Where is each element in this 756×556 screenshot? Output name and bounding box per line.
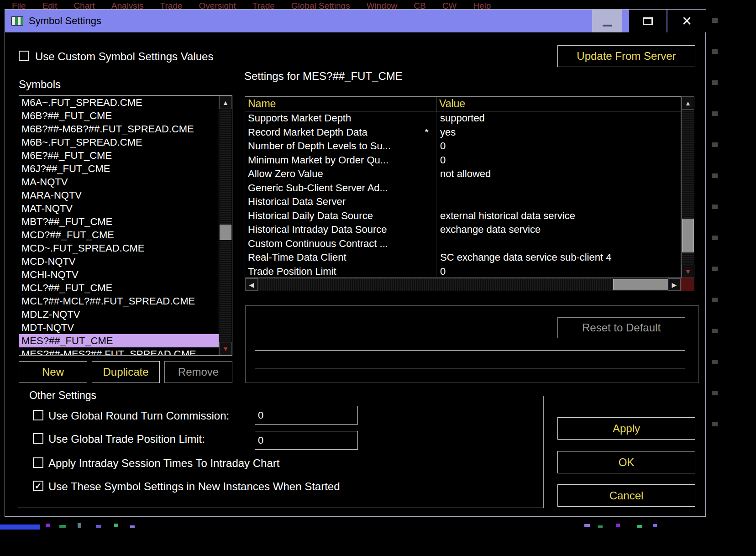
menubar-item[interactable]: Help [473,0,491,9]
symbol-list-item[interactable]: M6J?##_FUT_CME [19,162,219,175]
symbol-list-item[interactable]: M6B~.FUT_SPREAD.CME [19,136,219,149]
settings-scrollbar-thumb[interactable] [682,219,694,252]
global-round-turn-commission-checkbox[interactable] [33,410,43,420]
symbol-list-item[interactable]: M6B?##_FUT_CME [19,109,219,122]
settings-horizontal-scrollbar[interactable]: ◀ ▶ [245,278,681,291]
menubar-item[interactable]: Analysis [111,0,144,9]
menubar-item[interactable]: Oversight [199,0,236,9]
scroll-down-icon: ▼ [685,268,691,275]
menubar-item[interactable]: Window [367,0,398,9]
use-in-new-instances-checkbox[interactable]: ✓ [33,481,43,491]
symbol-list-item[interactable]: M6A~.FUT_SPREAD.CME [19,96,219,109]
settings-row[interactable]: Minimum Market by Order Qu... 0 [245,153,681,168]
menubar-item[interactable]: Global Settings [291,0,350,9]
menubar-item[interactable]: CB [414,0,425,9]
settings-row[interactable]: Allow Zero Value not allowed [245,167,681,181]
chart-fragment [0,525,40,530]
settings-row[interactable]: Supports Market Depth supported [245,111,681,126]
symbols-listbox: M6A~.FUT_SPREAD.CMEM6B?##_FUT_CMEM6B?##-… [19,95,232,356]
setting-value: exchange data service [436,223,681,237]
symbols-scrollbar[interactable]: ▲ ▼ [219,96,232,355]
new-button[interactable]: New [19,361,87,383]
symbol-list-item[interactable]: MARA-NQTV [19,189,219,202]
symbol-list-item[interactable]: MCL?##-MCL?##.FUT_SPREAD.CME [19,294,219,308]
scroll-left-icon: ◀ [249,281,254,288]
menubar-item[interactable]: CW [442,0,457,9]
settings-row[interactable]: Trade Position Limit 0 [245,265,681,279]
symbol-list-item[interactable]: MDT-NQTV [19,321,219,334]
scroll-up-button[interactable]: ▲ [219,96,232,109]
ok-button[interactable]: OK [557,451,695,473]
scroll-right-button[interactable]: ▶ [668,278,681,291]
duplicate-button[interactable]: Duplicate [92,361,160,383]
intraday-session-times-label: Apply Intraday Session Times To Intraday… [48,457,279,470]
setting-flag [417,181,436,195]
menubar-item[interactable]: Trade [252,0,275,9]
horizontal-scrollbar-thumb[interactable] [613,279,671,290]
settings-row[interactable]: Record Market Depth Data * yes [245,126,681,140]
background-menubar: FileEditChartAnalysisTradeOversightTrade… [0,0,756,9]
update-from-server-button[interactable]: Update From Server [557,45,695,67]
intraday-session-times-checkbox[interactable] [33,457,43,468]
setting-flag [417,209,436,223]
menubar-item[interactable]: Chart [74,0,94,9]
other-settings-group: Other Settings Use Global Round Turn Com… [18,396,544,508]
symbol-list-item[interactable]: MCD~.FUT_SPREAD.CME [19,241,219,255]
symbol-list-item[interactable]: MAT-NQTV [19,202,219,215]
scroll-down-button[interactable]: ▼ [219,342,232,355]
settings-row[interactable]: Real-Time Data Client SC exchange data s… [245,251,681,265]
symbol-list-item[interactable]: MES?##_FUT_CME [19,334,219,347]
setting-flag [417,237,436,251]
use-custom-settings-checkbox[interactable] [19,51,29,61]
edge-fragment [712,173,718,178]
menubar-item[interactable]: Edit [42,0,58,9]
edge-fragment [712,205,718,209]
flag-column-header [417,97,436,111]
symbol-list-item[interactable]: M6B?##-M6B?##.FUT_SPREAD.CME [19,122,219,136]
setting-flag [417,223,436,237]
settings-table-scrollbar[interactable]: ▲ ▼ [681,96,694,278]
setting-value [436,195,681,209]
symbol-list-item[interactable]: MA-NQTV [19,175,219,189]
symbol-list-item[interactable]: MCHI-NQTV [19,268,219,281]
symbol-list-item[interactable]: MCD-NQTV [19,255,219,268]
setting-name: Historical Daily Data Source [245,209,417,223]
settings-row[interactable]: Custom Continuous Contract ... [245,237,681,251]
global-trade-position-limit-checkbox[interactable] [33,433,43,444]
symbol-list-item[interactable]: MES?##-MES?##.FUT_SPREAD.CME [19,347,219,355]
symbol-list-item[interactable]: MCD?##_FUT_CME [19,228,219,241]
symbol-list-item[interactable]: MCL?##_FUT_CME [19,281,219,294]
menubar-item[interactable]: File [12,0,26,9]
symbol-list-item[interactable]: MBT?##_FUT_CME [19,215,219,228]
symbol-list-item[interactable]: M6E?##_FUT_CME [19,149,219,162]
setting-value: 0 [436,265,681,279]
maximize-button[interactable] [629,10,667,32]
settings-row[interactable]: Number of Depth Levels to Su... 0 [245,139,681,153]
dialog-title: Symbol Settings [29,15,101,27]
setting-name: Generic Sub-Client Server Ad... [245,181,417,195]
settings-row[interactable]: Historical Daily Data Source external hi… [245,209,681,223]
setting-name: Historical Data Server [245,195,417,209]
symbols-scrollbar-thumb[interactable] [220,225,231,240]
edge-fragment [712,236,718,240]
settings-row[interactable]: Generic Sub-Client Server Ad... [245,181,681,195]
scroll-up-button[interactable]: ▲ [682,96,694,110]
setting-value-input[interactable] [255,350,685,368]
value-column-header: Value [436,97,681,111]
scroll-down-button[interactable]: ▼ [682,265,694,278]
apply-button[interactable]: Apply [557,417,695,440]
dialog-titlebar[interactable]: Symbol Settings × [5,10,705,32]
global-round-turn-commission-input[interactable] [255,406,358,425]
checkbox-check-icon: ✓ [35,481,42,491]
settings-row[interactable]: Historical Data Server [245,195,681,209]
global-trade-position-limit-input[interactable] [255,431,358,450]
cancel-button[interactable]: Cancel [557,484,695,507]
symbol-list-item[interactable]: MDLZ-NQTV [19,308,219,321]
menubar-item[interactable]: Trade [160,0,183,9]
chart-fragment [130,525,135,528]
close-button[interactable]: × [667,10,706,32]
minimize-button[interactable] [592,10,622,32]
scroll-left-button[interactable]: ◀ [245,278,258,291]
name-column-header: Name [245,97,417,111]
settings-row[interactable]: Historical Intraday Data Source exchange… [245,223,681,237]
